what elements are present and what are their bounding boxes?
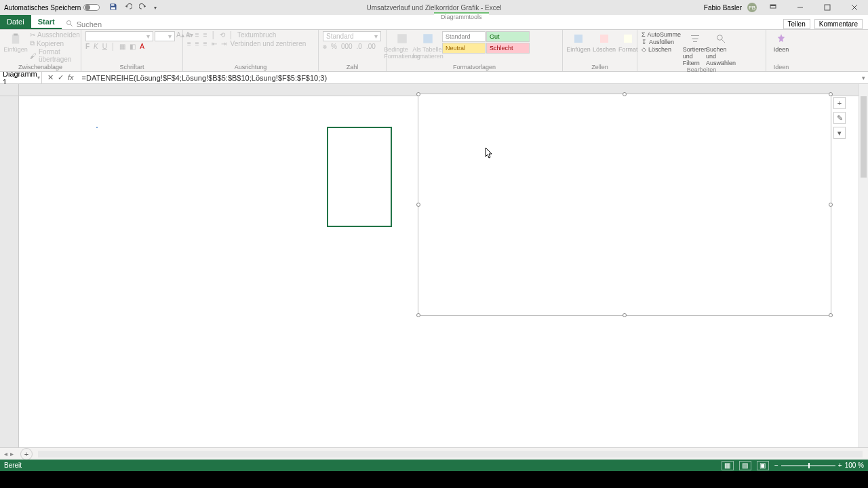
user-name: Fabio Basler (704, 4, 742, 12)
svg-rect-15 (600, 35, 608, 43)
comma-icon[interactable]: 000 (341, 43, 353, 50)
sheet-nav-prev-icon[interactable]: ◂ (4, 450, 7, 458)
chart-styles-icon[interactable]: ✎ (833, 112, 846, 124)
svg-rect-14 (574, 35, 583, 43)
maximize-icon[interactable] (816, 0, 838, 15)
font-size-select[interactable]: ▾ (155, 31, 175, 41)
share-button[interactable]: Teilen (783, 19, 810, 29)
style-schlecht[interactable]: Schlecht (486, 43, 530, 54)
copy-button[interactable]: ⧉ Kopieren (30, 39, 80, 47)
autosave-toggle[interactable] (83, 4, 100, 11)
select-all-corner[interactable] (0, 84, 18, 96)
orientation-icon[interactable]: ⟲ (220, 31, 225, 39)
qat-more-icon[interactable]: ▾ (154, 5, 157, 11)
inc-dec-icon[interactable]: .0 (357, 43, 362, 50)
undo-icon[interactable] (124, 3, 132, 12)
svg-rect-1 (111, 7, 115, 9)
conditional-format-button[interactable]: Bedingte Formatierung (391, 31, 414, 60)
bold-button[interactable]: F (85, 43, 90, 50)
cells-insert-button[interactable]: Einfügen (567, 31, 590, 53)
redo-icon[interactable] (139, 3, 147, 12)
currency-icon[interactable]: ⎈ (323, 43, 327, 50)
fill-button[interactable]: ↧ Ausfüllen (642, 39, 681, 45)
close-icon[interactable] (844, 0, 865, 15)
group-ideas-label: Ideen (770, 64, 792, 71)
style-gut[interactable]: Gut (486, 31, 530, 42)
autosave-label: Automatisches Speichern (4, 4, 81, 12)
ideas-button[interactable]: Ideen (770, 31, 792, 53)
align-left-icon[interactable]: ≡ (187, 40, 191, 47)
svg-rect-13 (423, 34, 433, 43)
add-sheet-button[interactable]: + (20, 448, 33, 460)
fill-color-icon[interactable]: ◧ (130, 43, 136, 50)
name-box[interactable]: Diagramm 1▾ (0, 72, 42, 83)
chart-object[interactable]: + ✎ ▾ (418, 94, 831, 316)
merge-button[interactable]: Verbinden und zentrieren (231, 40, 307, 47)
group-editing-label: Bearbeiten (642, 66, 762, 74)
paste-button[interactable]: Einfügen (4, 31, 27, 53)
cells-delete-button[interactable]: Löschen (593, 31, 616, 53)
zoom-value[interactable]: 100 % (845, 462, 864, 469)
align-center-icon[interactable]: ≡ (195, 40, 199, 47)
ribbon-options-icon[interactable] (762, 0, 784, 15)
minimize-icon[interactable] (789, 0, 811, 15)
fx-icon[interactable]: fx (68, 73, 74, 82)
status-ready: Bereit (4, 462, 22, 469)
zoom-slider[interactable] (781, 465, 835, 466)
border-icon[interactable]: ▦ (119, 43, 125, 50)
chart-elements-icon[interactable]: + (833, 97, 846, 109)
document-title: Umsatzverlauf und Zielkorridor Grafik - … (367, 4, 502, 12)
view-layout-icon[interactable]: ▤ (739, 461, 751, 470)
tab-start[interactable]: Start (31, 16, 62, 29)
format-as-table-button[interactable]: Als Tabelle formatieren (416, 31, 439, 60)
data-table[interactable] (96, 127, 98, 128)
percent-icon[interactable]: % (331, 43, 337, 50)
comments-button[interactable]: Kommentare (814, 19, 863, 29)
dec-dec-icon[interactable]: .00 (366, 43, 376, 50)
context-tab-label: Diagrammtools (434, 12, 489, 20)
chart-filter-icon[interactable]: ▾ (833, 127, 846, 139)
sheet-nav-next-icon[interactable]: ▸ (10, 450, 14, 458)
search-placeholder[interactable]: Suchen (77, 20, 102, 28)
italic-button[interactable]: K (94, 43, 98, 50)
wrap-text-button[interactable]: Textumbruch (237, 31, 276, 39)
align-right-icon[interactable]: ≡ (203, 40, 208, 47)
svg-line-18 (722, 40, 726, 43)
cancel-formula-icon[interactable]: ✕ (47, 73, 54, 82)
expand-formula-icon[interactable]: ▾ (859, 75, 868, 81)
zoom-out-icon[interactable]: − (774, 462, 778, 469)
format-painter-button[interactable]: 🖌 Format übertragen (30, 48, 80, 63)
save-icon[interactable] (109, 3, 117, 12)
horizontal-scrollbar[interactable] (38, 451, 863, 458)
find-select-button[interactable]: Suchen und Auswählen (709, 31, 732, 66)
autosum-button[interactable]: Σ AutoSumme (642, 31, 681, 38)
align-bot-icon[interactable]: ≡ (203, 31, 208, 39)
search-icon[interactable] (66, 20, 74, 29)
svg-line-9 (71, 24, 73, 26)
clear-button[interactable]: ◇ Löschen (642, 46, 681, 53)
group-clipboard-label: Zwischenablage (4, 64, 77, 71)
view-normal-icon[interactable]: ▦ (722, 461, 734, 470)
align-mid-icon[interactable]: ≡ (195, 31, 199, 39)
font-color-icon[interactable]: A (140, 43, 144, 50)
group-cells-label: Zellen (567, 64, 633, 71)
view-break-icon[interactable]: ▣ (757, 461, 769, 470)
zoom-in-icon[interactable]: + (838, 462, 842, 469)
sort-filter-button[interactable]: Sortieren und Filtern (684, 31, 707, 66)
cells-format-button[interactable]: Format (618, 31, 638, 53)
avatar[interactable]: FB (747, 3, 757, 12)
number-format-select[interactable]: Standard▾ (323, 31, 381, 41)
formula-input[interactable]: =DATENREIHE(Lösung!$F$4;Lösung!$B$5:$B$1… (79, 74, 859, 82)
tab-file[interactable]: Datei (0, 14, 31, 29)
indent-dec-icon[interactable]: ⇤ (212, 40, 217, 47)
vertical-scrollbar[interactable] (859, 84, 868, 447)
indent-inc-icon[interactable]: ⇥ (221, 40, 226, 47)
underline-button[interactable]: U (102, 43, 107, 50)
cut-button[interactable]: ✂ Ausschneiden (30, 31, 80, 39)
style-standard[interactable]: Standard (442, 31, 486, 42)
font-name-select[interactable]: ▾ (85, 31, 153, 41)
align-top-icon[interactable]: ≡ (187, 31, 191, 39)
group-align-label: Ausrichtung (187, 64, 314, 71)
style-neutral[interactable]: Neutral (442, 43, 486, 54)
enter-formula-icon[interactable]: ✓ (58, 73, 64, 82)
